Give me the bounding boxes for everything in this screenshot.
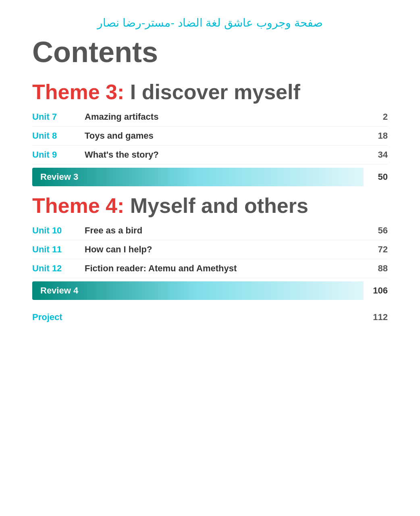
unit11-page: 72 [364,244,388,255]
theme3-section: Theme 3: I discover myself Unit 7 Amazin… [32,81,388,186]
theme4-label: Theme 4: [32,194,124,217]
unit7-row: Unit 7 Amazing artifacts 2 [32,108,388,127]
theme3-heading: Theme 3: I discover myself [32,81,388,104]
theme4-subtitle: Myself and others [130,194,308,217]
review4-bar: Review 4 [32,281,364,300]
review3-bar: Review 3 [32,168,364,186]
unit7-title: Amazing artifacts [85,112,364,122]
page-title: Contents [32,37,388,67]
unit11-row: Unit 11 How can I help? 72 [32,240,388,259]
unit8-label: Unit 8 [32,131,85,141]
unit9-title: What's the story? [85,150,364,160]
theme4-section: Theme 4: Myself and others Unit 10 Free … [32,194,388,300]
unit9-page: 34 [364,150,388,160]
unit8-row: Unit 8 Toys and games 18 [32,127,388,146]
unit7-page: 2 [364,112,388,122]
review3-row: Review 3 50 [32,168,388,186]
review3-page: 50 [364,172,388,182]
review4-row: Review 4 106 [32,281,388,300]
unit7-label: Unit 7 [32,112,85,122]
unit10-page: 56 [364,225,388,236]
review4-page: 106 [364,285,388,296]
unit12-page: 88 [364,263,388,274]
unit11-label: Unit 11 [32,244,85,255]
unit12-label: Unit 12 [32,263,85,274]
unit8-title: Toys and games [85,131,364,141]
theme3-subtitle-text: I discover myself [130,80,300,104]
unit10-label: Unit 10 [32,225,85,236]
project-page: 112 [364,312,388,322]
project-row: Project 112 [32,308,388,327]
theme4-heading: Theme 4: Myself and others [32,194,388,217]
project-label: Project [32,312,364,322]
unit11-title: How can I help? [85,244,364,255]
unit10-title: Free as a bird [85,225,364,236]
unit9-row: Unit 9 What's the story? 34 [32,146,388,164]
unit10-row: Unit 10 Free as a bird 56 [32,221,388,240]
unit12-row: Unit 12 Fiction reader: Atemu and Amethy… [32,259,388,278]
theme3-label: Theme 3: [32,80,124,104]
arabic-header: صفحة وجروب عاشق لغة الضاد -مستر-رضا نصار [32,16,388,29]
unit8-page: 18 [364,131,388,141]
unit12-title: Fiction reader: Atemu and Amethyst [85,263,364,274]
unit9-label: Unit 9 [32,150,85,160]
